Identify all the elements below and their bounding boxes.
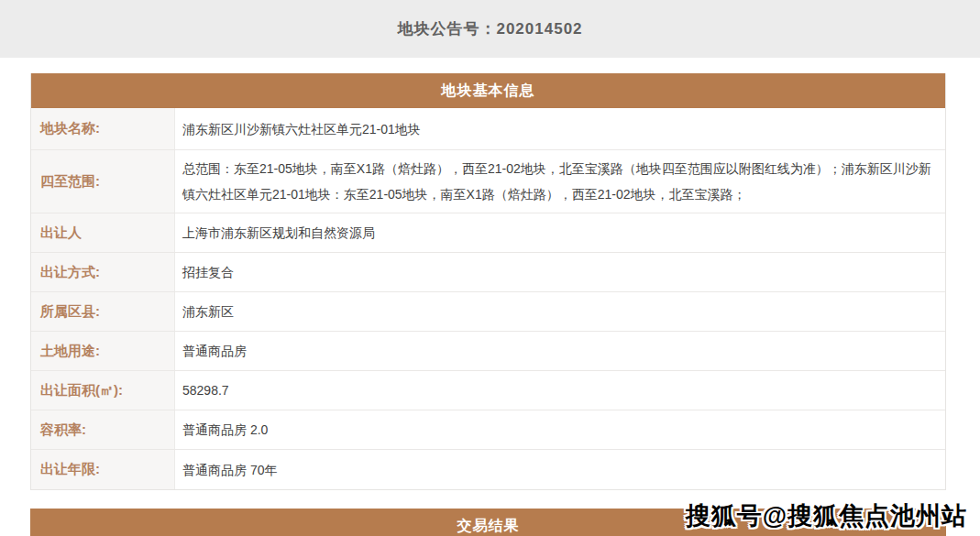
row-value: 上海市浦东新区规划和自然资源局 [175,213,945,252]
basic-info-rows: 地块名称:浦东新区川沙新镇六灶社区单元21-01地块四至范围:总范围：东至21-… [31,108,945,489]
row-label: 所属区县: [31,292,175,331]
table-row: 出让年限:普通商品房 70年 [31,450,945,489]
basic-info-title: 地块基本信息 [442,82,535,101]
row-label: 四至范围: [31,150,175,213]
row-value: 普通商品房 70年 [175,450,945,489]
table-row: 出让面积(㎡):58298.7 [31,371,945,410]
table-row: 土地用途:普通商品房 [31,332,945,371]
table-row: 四至范围:总范围：东至21-05地块，南至X1路（焙灶路），西至21-02地块，… [31,150,945,213]
sohu-watermark: 搜狐号@搜狐焦点池州站 [686,499,967,532]
announcement-bar: 地块公告号：202014502 [0,0,980,58]
basic-info-table: 地块基本信息 地块名称:浦东新区川沙新镇六灶社区单元21-01地块四至范围:总范… [30,73,946,490]
row-label: 出让方式: [31,253,175,291]
row-value: 58298.7 [175,371,945,410]
row-label: 出让年限: [31,450,175,489]
row-value: 招挂复合 [175,253,945,291]
row-label: 出让人 [31,213,175,252]
table-row: 所属区县:浦东新区 [31,292,945,332]
row-label: 地块名称: [31,108,175,149]
table-row: 地块名称:浦东新区川沙新镇六灶社区单元21-01地块 [31,108,945,150]
basic-info-header: 地块基本信息 [31,73,945,108]
row-label: 出让面积(㎡): [31,371,175,410]
row-value: 浦东新区川沙新镇六灶社区单元21-01地块 [175,108,945,149]
row-label: 容积率: [31,410,175,449]
table-row: 出让人上海市浦东新区规划和自然资源局 [31,213,945,253]
table-row: 容积率:普通商品房 2.0 [31,410,945,450]
row-value: 总范围：东至21-05地块，南至X1路（焙灶路），西至21-02地块，北至宝溪路… [175,150,945,213]
announcement-number: 地块公告号：202014502 [397,18,582,39]
row-value: 普通商品房 2.0 [175,410,945,449]
row-value: 浦东新区 [175,292,945,331]
transaction-result-title: 交易结果 [457,517,520,536]
row-label: 土地用途: [31,332,175,370]
row-value: 普通商品房 [175,332,945,370]
table-row: 出让方式:招挂复合 [31,253,945,292]
